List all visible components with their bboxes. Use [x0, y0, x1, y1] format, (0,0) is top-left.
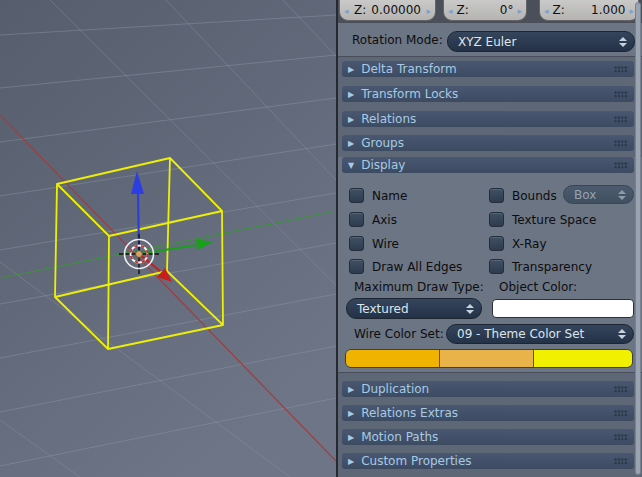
field-value: 0°	[500, 3, 514, 17]
panel-scrollbar[interactable]	[635, 2, 641, 475]
rotation-mode-label: Rotation Mode:	[352, 33, 443, 47]
section-label: Display	[361, 158, 405, 172]
checkbox-label: Name	[372, 189, 407, 203]
chevron-updown-icon	[466, 304, 474, 314]
bounds-checkbox[interactable]	[489, 188, 504, 203]
rotation-z-field[interactable]: ◂ Z: 0° ▸	[443, 0, 527, 21]
collapse-arrow-icon: ▶	[348, 139, 354, 148]
chevron-updown-icon	[618, 190, 626, 200]
drag-grip-icon[interactable]	[614, 91, 628, 98]
increment-arrow-icon[interactable]: ▸	[426, 5, 431, 17]
collapse-arrow-icon: ▶	[348, 457, 354, 466]
checkbox-label: Axis	[372, 213, 397, 227]
checkbox-label: Wire	[372, 237, 399, 251]
increment-arrow-icon[interactable]: ▸	[629, 5, 634, 17]
drag-grip-icon[interactable]	[614, 458, 628, 465]
section-label: Custom Properties	[361, 454, 471, 468]
chevron-updown-icon	[619, 37, 627, 47]
object-color-label: Object Color:	[499, 280, 577, 294]
field-value: 0.00000	[371, 3, 421, 17]
drag-grip-icon[interactable]	[614, 140, 628, 147]
section-label: Motion Paths	[361, 430, 438, 444]
checkbox-label: X-Ray	[512, 237, 546, 251]
bounds-type-value: Box	[574, 188, 596, 202]
collapse-arrow-icon: ▶	[348, 65, 354, 74]
collapse-arrow-icon: ▶	[348, 433, 354, 442]
checkbox-label: Transparency	[512, 260, 592, 274]
display-panel: ▼ Display Name Axis Wire Draw All Edges	[338, 157, 642, 373]
increment-arrow-icon[interactable]: ▸	[517, 5, 522, 17]
3d-viewport[interactable]	[0, 0, 336, 477]
wire-color-set-select[interactable]: 09 - Theme Color Set	[446, 324, 634, 344]
section-label: Transform Locks	[361, 87, 458, 101]
drag-grip-icon[interactable]	[614, 116, 628, 123]
wire-color-swatch-row	[345, 349, 633, 368]
draw-all-edges-checkbox[interactable]	[349, 259, 364, 274]
collapse-arrow-icon: ▶	[348, 385, 354, 394]
chevron-updown-icon	[618, 329, 626, 339]
wire-checkbox[interactable]	[349, 236, 364, 251]
checkbox-label: Texture Space	[512, 213, 596, 227]
object-origin-dot	[136, 251, 143, 258]
wire-color-set-value: 09 - Theme Color Set	[457, 327, 584, 341]
drag-grip-icon[interactable]	[614, 410, 628, 417]
field-label: Z:	[354, 3, 366, 17]
section-label: Delta Transform	[361, 62, 457, 76]
object-properties-panel: ◂ Z: 0.00000 ▸ ◂ Z: 0° ▸ ◂ Z: 1.000	[336, 0, 642, 477]
transform-fields-strip: ◂ Z: 0.00000 ▸ ◂ Z: 0° ▸ ◂ Z: 1.000	[338, 0, 642, 23]
object-color-swatch[interactable]	[492, 299, 634, 318]
section-delta-transform[interactable]: ▶ Delta Transform	[342, 61, 634, 77]
section-relations-extras[interactable]: ▶ Relations Extras	[342, 405, 634, 421]
blender-window: ◂ Z: 0.00000 ▸ ◂ Z: 0° ▸ ◂ Z: 1.000	[0, 0, 642, 477]
checkbox-label: Draw All Edges	[372, 260, 462, 274]
texture-space-checkbox[interactable]	[489, 212, 504, 227]
section-label: Groups	[361, 136, 404, 150]
maximum-draw-type-value: Textured	[357, 302, 409, 316]
section-label: Relations	[361, 112, 416, 126]
maximum-draw-type-select[interactable]: Textured	[346, 298, 482, 319]
section-label: Relations Extras	[361, 406, 458, 420]
section-custom-properties[interactable]: ▶ Custom Properties	[342, 453, 634, 469]
x-ray-checkbox[interactable]	[489, 236, 504, 251]
drag-grip-icon[interactable]	[614, 66, 628, 73]
transparency-checkbox[interactable]	[489, 259, 504, 274]
wire-color-swatch-1[interactable]	[346, 350, 439, 367]
field-label: Z:	[457, 3, 469, 17]
name-checkbox[interactable]	[349, 188, 364, 203]
rotation-mode-value: XYZ Euler	[458, 35, 516, 49]
section-display[interactable]: ▼ Display	[342, 157, 634, 173]
drag-grip-icon[interactable]	[614, 162, 628, 169]
wire-color-swatch-3[interactable]	[533, 350, 632, 367]
drag-grip-icon[interactable]	[614, 434, 628, 441]
bounds-type-select[interactable]: Box	[563, 185, 634, 204]
drag-grip-icon[interactable]	[614, 386, 628, 393]
axis-checkbox[interactable]	[349, 212, 364, 227]
section-duplication[interactable]: ▶ Duplication	[342, 381, 634, 397]
maximum-draw-type-label: Maximum Draw Type:	[354, 280, 484, 294]
collapse-arrow-icon: ▶	[348, 90, 354, 99]
checkbox-label: Bounds	[512, 189, 557, 203]
scale-z-field[interactable]: ◂ Z: 1.000 ▸	[539, 0, 639, 21]
wire-color-set-label: Wire Color Set:	[354, 327, 444, 341]
field-value: 1.000	[591, 3, 625, 17]
wire-color-swatch-2[interactable]	[439, 350, 533, 367]
expand-arrow-icon: ▼	[348, 161, 354, 170]
section-label: Duplication	[361, 382, 429, 396]
section-groups[interactable]: ▶ Groups	[342, 135, 634, 151]
section-motion-paths[interactable]: ▶ Motion Paths	[342, 429, 634, 445]
rotation-mode-select[interactable]: XYZ Euler	[447, 31, 635, 52]
section-transform-locks[interactable]: ▶ Transform Locks	[342, 86, 634, 102]
collapse-arrow-icon: ▶	[348, 115, 354, 124]
collapse-arrow-icon: ▶	[348, 409, 354, 418]
location-z-field[interactable]: ◂ Z: 0.00000 ▸	[339, 0, 436, 21]
section-relations[interactable]: ▶ Relations	[342, 111, 634, 127]
field-label: Z:	[553, 3, 565, 17]
